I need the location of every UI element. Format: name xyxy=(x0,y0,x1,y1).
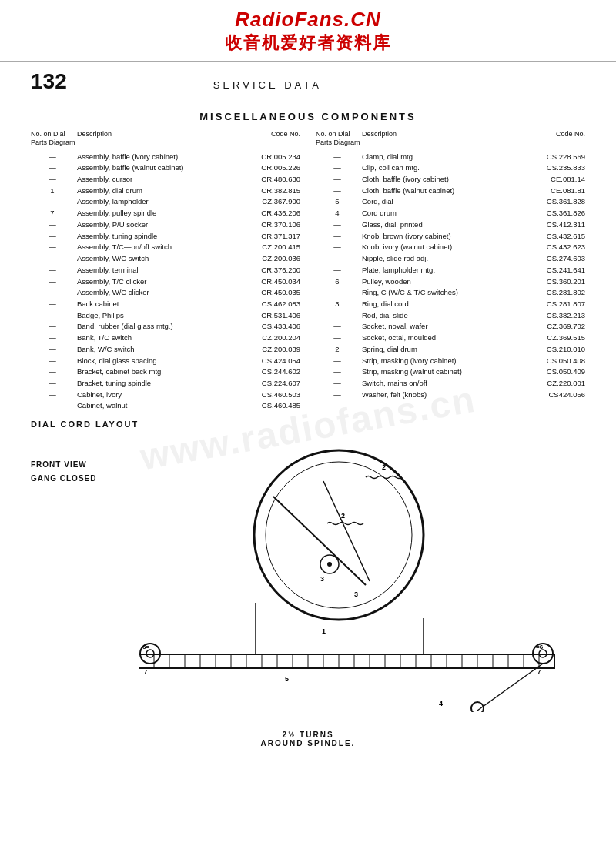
code-value: CS.433.406 xyxy=(239,321,300,333)
svg-point-0 xyxy=(254,450,424,620)
code-value: CS.460.485 xyxy=(239,400,300,412)
desc-value: Bracket, cabinet back mtg. xyxy=(77,366,239,378)
desc-value: Pulley, wooden xyxy=(362,276,524,288)
desc-value: Back cabinet xyxy=(77,299,239,310)
nodial-value: — xyxy=(31,219,77,231)
table-row: — Switch, mains on/off CZ.220.001 xyxy=(316,378,585,390)
desc-value: Strip, masking (walnut cabinet) xyxy=(362,366,524,378)
code-value: CR.531.406 xyxy=(239,310,300,322)
parts-left-col: No. on DialParts Diagram Description Cod… xyxy=(31,130,300,412)
desc-value: Band, rubber (dial glass mtg.) xyxy=(77,321,239,333)
table-row: — Assembly, lampholder CZ.367.900 xyxy=(31,196,300,208)
table-row: 5 Cord, dial CS.361.828 xyxy=(316,196,585,208)
nodial-value: — xyxy=(31,152,77,163)
code-value: CS.432.623 xyxy=(524,242,585,253)
svg-point-1 xyxy=(266,462,412,608)
page-number: 132 xyxy=(31,69,67,94)
table-row: — Glass, dial, printed CS.412.311 xyxy=(316,219,585,231)
table-row: — Washer, felt (knobs) CS424.056 xyxy=(316,390,585,401)
nodial-value: — xyxy=(31,390,77,401)
table-row: — Cabinet, ivory CS.460.503 xyxy=(31,390,300,401)
table-row: — Nipple, slide rod adj. CS.274.603 xyxy=(316,253,585,265)
nodial-value: — xyxy=(31,253,77,265)
label-3b: 3 xyxy=(354,590,358,598)
table-row: — Bank, W/C switch CZ.200.039 xyxy=(31,344,300,356)
desc-value: Cord drum xyxy=(362,208,524,219)
nodial-value: — xyxy=(31,231,77,242)
svg-line-2 xyxy=(273,497,366,585)
code-value: CZ.200.415 xyxy=(239,242,300,253)
desc-value: Knob, ivory (walnut cabinet) xyxy=(362,242,524,253)
code-value: CS424.056 xyxy=(524,390,585,401)
code-value: CR.382.815 xyxy=(239,186,300,197)
desc-value: Assembly, T/C—on/off switch xyxy=(77,242,239,253)
svg-line-37 xyxy=(477,664,543,711)
nodial-value: — xyxy=(316,356,362,367)
table-row: 6 Pulley, wooden CS.360.201 xyxy=(316,276,585,288)
code-value: CZ.367.900 xyxy=(239,196,300,208)
code-value: CS.224.607 xyxy=(239,378,300,390)
nodial-value: — xyxy=(316,366,362,378)
nodial-value: — xyxy=(31,400,77,412)
nodial-value: 7 xyxy=(31,208,77,219)
code-value: CS.050.409 xyxy=(524,366,585,378)
parts-table: No. on DialParts Diagram Description Cod… xyxy=(0,130,616,412)
dial-bottom-labels: 2½ TURNS AROUND SPINDLE. xyxy=(31,731,585,755)
label-6b: =6 xyxy=(536,644,544,650)
left-code-header: Code No. xyxy=(239,130,300,147)
desc-value: Assembly, W/C switch xyxy=(77,253,239,265)
nodial-value: — xyxy=(31,366,77,378)
table-row: — Socket, noval, wafer CZ.369.702 xyxy=(316,321,585,333)
desc-value: Bank, W/C switch xyxy=(77,344,239,356)
code-value: CR.371.317 xyxy=(239,231,300,242)
dial-svg-area: 2 2 3 3 1 xyxy=(139,435,585,727)
label-4: 4 xyxy=(439,700,443,707)
label-1: 1 xyxy=(322,627,326,635)
nodial-value: — xyxy=(31,276,77,288)
table-row: — Assembly, cursor CR.480.630 xyxy=(31,174,300,186)
nodial-value: — xyxy=(31,310,77,322)
site-title: RadioFans.CN xyxy=(0,8,616,32)
label-7b: 7 xyxy=(537,668,541,675)
svg-rect-6 xyxy=(139,654,554,668)
code-value: CS.241.641 xyxy=(524,265,585,276)
desc-value: Cloth, baffle (walnut cabinet) xyxy=(362,186,524,197)
desc-value: Knob, brown (ivory cabinet) xyxy=(362,231,524,242)
around-spindle-label: AROUND SPINDLE. xyxy=(31,739,585,747)
code-value: CS.281.802 xyxy=(524,287,585,299)
desc-value: Bracket, tuning spindle xyxy=(77,378,239,390)
left-rows: — Assembly, baffle (ivory cabinet) CR.00… xyxy=(31,152,300,413)
code-value: CS.460.503 xyxy=(239,390,300,401)
table-row: — Clip, coil can mtg. CS.235.833 xyxy=(316,162,585,174)
table-row: — Knob, ivory (walnut cabinet) CS.432.62… xyxy=(316,242,585,253)
code-value: CS.274.603 xyxy=(524,253,585,265)
nodial-value: — xyxy=(31,287,77,299)
table-row: — Strip, masking (ivory cabinet) CS.050.… xyxy=(316,356,585,367)
gang-closed-label: GANG CLOSED xyxy=(31,472,139,486)
code-value: CS.244.602 xyxy=(239,366,300,378)
code-value: CR.370.106 xyxy=(239,219,300,231)
table-row: 4 Cord drum CS.361.826 xyxy=(316,208,585,219)
dial-cord-title: DIAL CORD LAYOUT xyxy=(31,420,585,429)
right-desc-header: Description xyxy=(362,130,524,147)
turns-label: 2½ TURNS xyxy=(31,731,585,739)
table-row: — Assembly, baffle (walnut cabinet) CR.0… xyxy=(31,162,300,174)
code-value: CZ.200.204 xyxy=(239,333,300,344)
right-code-header: Code No. xyxy=(524,130,585,147)
nodial-value: — xyxy=(316,242,362,253)
code-value: CZ.200.039 xyxy=(239,344,300,356)
right-col-headers: No. on DialParts Diagram Description Cod… xyxy=(316,130,585,149)
desc-value: Washer, felt (knobs) xyxy=(362,390,524,401)
code-value: CR.005.234 xyxy=(239,152,300,163)
nodial-value: — xyxy=(316,162,362,174)
code-value: CS.432.615 xyxy=(524,231,585,242)
desc-value: Assembly, cursor xyxy=(77,174,239,186)
desc-value: Cloth, baffle (ivory cabinet) xyxy=(362,174,524,186)
code-value: CE.081.81 xyxy=(524,186,585,197)
table-row: — Block, dial glass spacing CS.424.054 xyxy=(31,356,300,367)
code-value: CS.412.311 xyxy=(524,219,585,231)
table-row: — Assembly, baffle (ivory cabinet) CR.00… xyxy=(31,152,300,163)
nodial-value: — xyxy=(316,378,362,390)
label-5: 5 xyxy=(285,675,289,683)
code-value: CE.081.14 xyxy=(524,174,585,186)
